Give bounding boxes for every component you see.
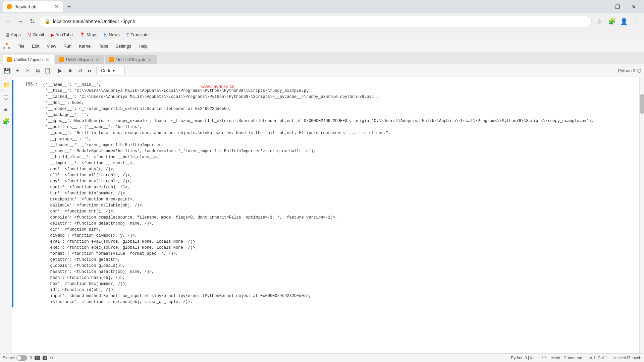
add-cell-button[interactable]: + xyxy=(13,66,22,75)
copy-button[interactable]: ⧉ xyxy=(33,66,42,75)
menu-file[interactable]: File xyxy=(14,42,28,50)
sidebar-commands-button[interactable]: ≡ xyxy=(1,104,11,115)
bookmark-star-button[interactable]: ☆ xyxy=(594,16,605,27)
bookmark-maps-label: Maps xyxy=(87,32,97,37)
sidebar-file-browser-button[interactable]: 📁 xyxy=(1,80,11,90)
sidebar-extensions-button[interactable]: 🧩 xyxy=(1,116,11,127)
stop-button[interactable]: ■ xyxy=(65,66,75,75)
tab-3-close[interactable]: ✕ xyxy=(147,57,153,62)
back-button[interactable]: ← xyxy=(3,16,13,27)
notebook-icon-2 xyxy=(59,57,64,62)
jupyter-tab-2[interactable]: Untitled3.ipynb ✕ xyxy=(55,55,104,64)
simple-mode-label: Simple xyxy=(3,356,15,360)
paste-button[interactable]: 📋 xyxy=(43,66,52,75)
status-icon-3: 3 xyxy=(43,356,47,360)
kernel-name-label: Python 3 xyxy=(618,68,635,73)
browser-tab-active[interactable]: JupyterLab ✕ xyxy=(3,1,63,12)
vertical-scrollbar[interactable] xyxy=(639,77,644,353)
bookmark-gmail-label: Gmail xyxy=(33,32,44,37)
menu-kernel[interactable]: Kernel xyxy=(75,42,95,50)
tab-1-close[interactable]: ✕ xyxy=(45,57,50,62)
cell-output-area[interactable]: [56]: {'__name__': '__main__', '__file__… xyxy=(12,77,639,353)
new-tab-button[interactable]: + xyxy=(64,2,74,11)
close-button[interactable]: ✕ xyxy=(626,1,641,12)
jupyter-statusbar: Simple 0 S 3 ⚙ Python 3 | Idle 🛡 Mode: C… xyxy=(0,353,644,362)
jupyter-menubar: File Edit View Run Kernel Tabs Settings … xyxy=(0,40,644,52)
extensions-button[interactable]: 🧩 xyxy=(606,16,617,27)
jupyter-sidebar-icons: 📁 ⬡ ≡ 🧩 xyxy=(0,77,12,353)
security-lock-icon: 🔒 xyxy=(45,19,50,24)
simple-mode-toggle[interactable]: Simple xyxy=(3,355,27,361)
tab-2-label: Untitled3.ipynb xyxy=(66,57,93,62)
kernel-indicator: Python 3 xyxy=(618,68,641,73)
toolbar-separator-2 xyxy=(96,67,97,74)
save-button[interactable]: 💾 xyxy=(3,66,12,75)
bookmark-maps[interactable]: 📍 Maps xyxy=(77,31,100,39)
restart-button[interactable]: ↺ xyxy=(75,66,85,75)
url-text: localhost:8888/lab/tree/Untitled17.ipynb xyxy=(53,19,586,24)
jupyter-logo-icon xyxy=(3,42,11,50)
svg-point-1 xyxy=(3,47,5,49)
bookmark-youtube[interactable]: ▶ YouTube xyxy=(48,31,75,39)
cut-button[interactable]: ✂ xyxy=(23,66,32,75)
menu-tabs[interactable]: Tabs xyxy=(96,42,111,50)
news-icon: N xyxy=(104,32,107,38)
forward-button[interactable]: → xyxy=(15,16,25,27)
jupyterlab-app: File Edit View Run Kernel Tabs Settings … xyxy=(0,40,644,362)
bookmark-translate-label: Translate xyxy=(130,32,149,37)
jupyter-tab-3[interactable]: Untitled18.ipynb ✕ xyxy=(105,55,157,64)
statusbar-left: Simple 0 S 3 ⚙ xyxy=(3,355,54,361)
profile-button[interactable]: 👤 xyxy=(619,16,629,27)
svg-rect-3 xyxy=(7,57,12,62)
sidebar-running-button[interactable]: ⬡ xyxy=(1,92,11,103)
menu-edit[interactable]: Edit xyxy=(29,42,43,50)
svg-rect-4 xyxy=(59,57,64,62)
tab-2-close[interactable]: ✕ xyxy=(95,57,100,62)
tab-favicon xyxy=(7,4,12,9)
shield-icon: 🛡 xyxy=(542,356,546,360)
gmail-icon: M xyxy=(28,32,32,38)
run-button[interactable]: ▶ xyxy=(55,66,65,75)
menu-settings[interactable]: Settings xyxy=(112,42,135,50)
tab-3-label: Untitled18.ipynb xyxy=(116,57,145,62)
kernel-status-label: Python 3 | Idle xyxy=(511,356,537,360)
bookmark-gmail[interactable]: M Gmail xyxy=(25,31,47,39)
status-gear-icon[interactable]: ⚙ xyxy=(50,356,54,360)
restart-run-all-button[interactable]: ⏭ xyxy=(86,66,95,75)
cell-type-chevron-icon: ▾ xyxy=(113,68,115,73)
minimize-button[interactable]: — xyxy=(594,1,609,12)
menu-help[interactable]: Help xyxy=(135,42,151,50)
address-bar-container: ← → ↻ 🔒 localhost:8888/lab/tree/Untitled… xyxy=(0,13,644,29)
bookmark-news[interactable]: N News xyxy=(101,31,122,39)
tab-1-label: Untitled17.ipynb xyxy=(14,57,43,62)
maximize-button[interactable]: ❐ xyxy=(610,1,625,12)
mode-label: Mode: Command xyxy=(551,356,582,360)
menu-run[interactable]: Run xyxy=(60,42,75,50)
notebook-icon-3 xyxy=(109,57,114,62)
address-bar[interactable]: 🔒 localhost:8888/lab/tree/Untitled17.ipy… xyxy=(39,16,592,27)
bookmark-translate[interactable]: T Translate xyxy=(124,31,151,39)
browser-titlebar: JupyterLab ✕ + — ❐ ✕ xyxy=(0,0,644,13)
menu-button[interactable]: ⋮ xyxy=(631,16,641,27)
cell-type-label: Code xyxy=(101,68,111,73)
cell-type-dropdown[interactable]: Code ▾ xyxy=(98,66,125,75)
cell-output-56: [56]: {'__name__': '__main__', '__file__… xyxy=(12,80,639,307)
scrollbar-thumb[interactable] xyxy=(640,94,644,114)
reload-button[interactable]: ↻ xyxy=(27,16,38,27)
notebook-name-label: Untitled17.ipynb xyxy=(612,356,641,360)
jupyter-main-area: 📁 ⬡ ≡ 🧩 [56]: {'__name__': '__main__', '… xyxy=(0,77,644,353)
jupyter-tab-1[interactable]: Untitled17.ipynb ✕ xyxy=(3,55,54,64)
bookmark-news-label: News xyxy=(109,32,120,37)
youtube-icon: ▶ xyxy=(51,32,54,38)
svg-point-0 xyxy=(6,43,8,45)
toggle-thumb xyxy=(17,356,21,360)
bookmark-apps-label: Apps xyxy=(11,32,21,37)
toggle-track[interactable] xyxy=(16,355,27,361)
menu-view[interactable]: View xyxy=(43,42,59,50)
tab-title-text: JupyterLab xyxy=(15,4,50,9)
tab-close-button[interactable]: ✕ xyxy=(53,4,59,10)
cursor-position-label: Ln 1, Col 1 xyxy=(588,356,607,360)
statusbar-right: Python 3 | Idle 🛡 Mode: Command Ln 1, Co… xyxy=(511,356,641,360)
toolbar-separator-1 xyxy=(54,67,54,74)
bookmark-apps[interactable]: ⊞ Apps xyxy=(3,31,23,39)
